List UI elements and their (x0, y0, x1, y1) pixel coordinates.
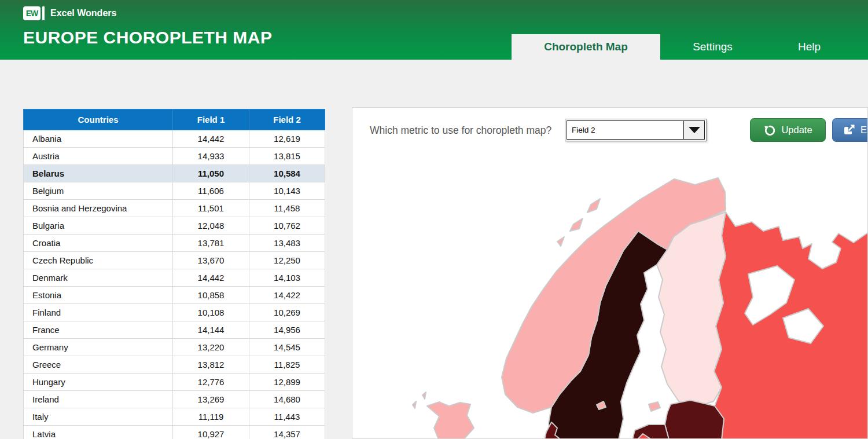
metric-dropdown-button[interactable] (684, 120, 705, 140)
country-cell[interactable]: Austria (24, 148, 173, 165)
field2-cell[interactable]: 14,545 (249, 339, 325, 356)
field2-cell[interactable]: 14,956 (249, 321, 325, 339)
field1-cell[interactable]: 14,442 (173, 130, 249, 148)
country-cell[interactable]: Croatia (24, 235, 173, 252)
column-header-field2: Field 2 (249, 109, 325, 130)
field2-cell[interactable]: 12,250 (249, 252, 325, 269)
country-cell[interactable]: Germany (24, 339, 173, 356)
table-row[interactable]: Austria14,93313,815 (24, 148, 325, 165)
field2-cell[interactable]: 10,762 (249, 217, 325, 235)
field1-cell[interactable]: 11,119 (173, 408, 249, 426)
field1-cell[interactable]: 14,144 (173, 321, 249, 339)
field2-cell[interactable]: 12,619 (249, 130, 325, 148)
country-cell[interactable]: Bosnia and Herzegovina (24, 200, 173, 217)
field2-cell[interactable]: 10,143 (249, 182, 325, 200)
field2-cell[interactable]: 14,680 (249, 391, 325, 408)
tab-choropleth-map[interactable]: Choropleth Map (512, 34, 660, 60)
map-region-latvia[interactable] (632, 425, 669, 439)
field2-cell[interactable]: 13,483 (249, 235, 325, 252)
field2-cell[interactable]: 10,269 (249, 304, 325, 321)
field1-cell[interactable]: 11,606 (173, 182, 249, 200)
table-row[interactable]: Ireland13,26914,680 (24, 391, 325, 408)
table-row[interactable]: Finland10,10810,269 (24, 304, 325, 321)
field2-cell[interactable]: 11,443 (249, 408, 325, 426)
table-row[interactable]: Hungary12,77612,899 (24, 374, 325, 391)
country-table-body: Albania14,44212,619Austria14,93313,815Be… (24, 130, 325, 439)
country-cell[interactable]: Italy (24, 408, 173, 426)
field2-cell[interactable]: 10,584 (249, 165, 325, 182)
country-cell[interactable]: Bulgaria (24, 217, 173, 235)
field1-cell[interactable]: 14,442 (173, 269, 249, 287)
field1-cell[interactable]: 13,220 (173, 339, 249, 356)
table-row[interactable]: Croatia13,78113,483 (24, 235, 325, 252)
field1-cell[interactable]: 10,108 (173, 304, 249, 321)
logo-bar (42, 6, 45, 20)
field2-cell[interactable]: 12,899 (249, 374, 325, 391)
country-cell[interactable]: Estonia (24, 287, 173, 304)
metric-dropdown[interactable]: Field 2 (565, 119, 707, 141)
refresh-icon (763, 124, 776, 137)
country-cell[interactable]: Ireland (24, 391, 173, 408)
export-button[interactable]: Export (832, 118, 868, 142)
field1-cell[interactable]: 13,670 (173, 252, 249, 269)
table-row[interactable]: Germany13,22014,545 (24, 339, 325, 356)
field1-cell[interactable]: 11,050 (173, 165, 249, 182)
field1-cell[interactable]: 11,501 (173, 200, 249, 217)
update-button[interactable]: Update (750, 118, 826, 142)
country-cell[interactable]: Belarus (24, 165, 173, 182)
table-row[interactable]: Bulgaria12,04810,762 (24, 217, 325, 235)
field2-cell[interactable]: 14,357 (249, 426, 325, 439)
field1-cell[interactable]: 10,858 (173, 287, 249, 304)
country-cell[interactable]: Latvia (24, 426, 173, 439)
field2-cell[interactable]: 14,422 (249, 287, 325, 304)
metric-dropdown-value[interactable]: Field 2 (567, 120, 684, 140)
table-header-row: Countries Field 1 Field 2 (24, 109, 325, 130)
table-row[interactable]: Estonia10,85814,422 (24, 287, 325, 304)
table-row[interactable]: Denmark14,44214,103 (24, 269, 325, 287)
export-icon (843, 124, 855, 136)
field1-cell[interactable]: 13,812 (173, 356, 249, 374)
map-island (557, 237, 564, 246)
update-button-label: Update (781, 125, 812, 136)
field2-cell[interactable]: 11,825 (249, 356, 325, 374)
field1-cell[interactable]: 13,269 (173, 391, 249, 408)
table-row[interactable]: Belgium11,60610,143 (24, 182, 325, 200)
export-button-label: Export (860, 125, 868, 136)
country-cell[interactable]: Denmark (24, 269, 173, 287)
field2-cell[interactable]: 13,815 (249, 148, 325, 165)
field1-cell[interactable]: 12,048 (173, 217, 249, 235)
country-cell[interactable]: Hungary (24, 374, 173, 391)
column-header-countries: Countries (24, 109, 173, 130)
country-cell[interactable]: Greece (24, 356, 173, 374)
country-cell[interactable]: Albania (24, 130, 173, 148)
map-region-estonia[interactable] (665, 400, 724, 439)
table-row[interactable]: Belarus11,05010,584 (24, 165, 325, 182)
metric-question-label: Which metric to use for choropleth map? (370, 125, 551, 137)
field1-cell[interactable]: 10,927 (173, 426, 249, 439)
table-row[interactable]: Greece13,81211,825 (24, 356, 325, 374)
country-cell[interactable]: Czech Republic (24, 252, 173, 269)
table-row[interactable]: Latvia10,92714,357 (24, 426, 325, 439)
country-cell[interactable]: France (24, 321, 173, 339)
country-cell[interactable]: Belgium (24, 182, 173, 200)
table-row[interactable]: Bosnia and Herzegovina11,50111,458 (24, 200, 325, 217)
map-panel: Which metric to use for choropleth map? … (352, 107, 868, 439)
page-title: EUROPE CHOROPLETH MAP (23, 28, 273, 47)
table-row[interactable]: France14,14414,956 (24, 321, 325, 339)
table-row[interactable]: Italy11,11911,443 (24, 408, 325, 426)
tab-settings[interactable]: Settings (660, 34, 765, 60)
logo-ew-badge: EW (23, 6, 41, 20)
field2-cell[interactable]: 14,103 (249, 269, 325, 287)
table-row[interactable]: Czech Republic13,67012,250 (24, 252, 325, 269)
field1-cell[interactable]: 13,781 (173, 235, 249, 252)
tab-help[interactable]: Help (765, 34, 854, 60)
brand-row: EW Excel Wonders (23, 6, 116, 20)
chevron-down-icon (689, 127, 700, 133)
field2-cell[interactable]: 11,458 (249, 200, 325, 217)
country-cell[interactable]: Finland (24, 304, 173, 321)
table-row[interactable]: Albania14,44212,619 (24, 130, 325, 148)
tab-help-label: Help (798, 41, 821, 53)
field1-cell[interactable]: 12,776 (173, 374, 249, 391)
map-region-united-kingdom[interactable] (427, 402, 474, 439)
field1-cell[interactable]: 14,933 (173, 148, 249, 165)
